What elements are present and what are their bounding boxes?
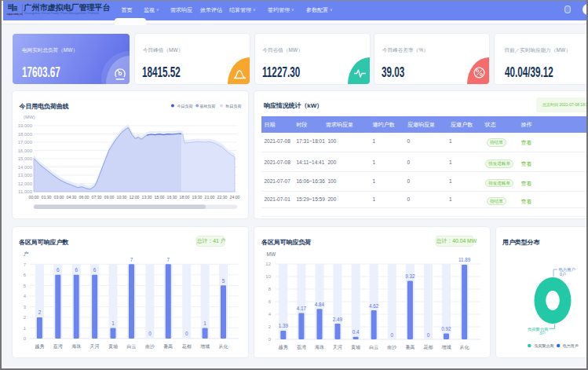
svg-text:2: 2 — [38, 310, 42, 315]
svg-text:4.84: 4.84 — [315, 302, 325, 307]
svg-text:荔湾: 荔湾 — [297, 344, 306, 350]
svg-text:越秀: 越秀 — [35, 343, 44, 350]
svg-text:07:30: 07:30 — [92, 195, 102, 200]
svg-text:0: 0 — [268, 337, 272, 342]
svg-text:7: 7 — [167, 257, 170, 262]
svg-text:13:30: 13:30 — [142, 195, 152, 200]
svg-text:南沙: 南沙 — [387, 345, 396, 350]
svg-text:黄埔: 黄埔 — [351, 345, 360, 350]
svg-text:17,000: 17,000 — [18, 140, 33, 145]
svg-text:15,000: 15,000 — [18, 156, 33, 161]
svg-text:白云: 白云 — [127, 344, 137, 350]
svg-text:0: 0 — [427, 332, 430, 338]
svg-text:6: 6 — [75, 267, 78, 273]
svg-text:12,000: 12,000 — [18, 181, 33, 186]
svg-text:从化: 从化 — [219, 344, 228, 350]
svg-text:18,000: 18,000 — [18, 132, 33, 137]
svg-text:04:30: 04:30 — [67, 195, 77, 200]
svg-text:增城: 增城 — [442, 345, 451, 350]
svg-text:4.62: 4.62 — [369, 303, 379, 309]
svg-text:越秀: 越秀 — [279, 344, 288, 350]
svg-text:番禺: 番禺 — [405, 344, 415, 350]
svg-text:5: 5 — [24, 284, 27, 288]
svg-text:户: 户 — [24, 251, 29, 256]
svg-text:负荷聚合商: 负荷聚合商 — [528, 327, 549, 332]
svg-text:4.17: 4.17 — [297, 306, 307, 311]
svg-text:0: 0 — [148, 331, 152, 336]
svg-text:19:30: 19:30 — [192, 195, 203, 200]
svg-text:9.32: 9.32 — [405, 273, 415, 279]
svg-text:16,000: 16,000 — [18, 148, 33, 153]
svg-text:0: 0 — [24, 336, 27, 341]
svg-text:0.92: 0.92 — [441, 326, 451, 332]
svg-text:7: 7 — [24, 262, 27, 267]
svg-text:5: 5 — [222, 278, 225, 284]
svg-text:11,000: 11,000 — [18, 189, 33, 194]
svg-text:4: 4 — [24, 294, 27, 299]
svg-text:3户: 3户 — [539, 331, 546, 335]
svg-text:2.49: 2.49 — [333, 317, 343, 322]
svg-text:今日负荷: 今日负荷 — [177, 104, 192, 109]
svg-text:(MW): (MW) — [24, 115, 35, 119]
svg-text:1.39: 1.39 — [279, 323, 289, 328]
svg-text:06:00: 06:00 — [79, 195, 89, 200]
svg-text:3: 3 — [24, 305, 27, 310]
svg-text:番禺: 番禺 — [163, 343, 173, 350]
svg-text:16:30: 16:30 — [167, 195, 177, 200]
svg-text:天河: 天河 — [90, 344, 100, 349]
svg-text:1: 1 — [111, 321, 115, 326]
svg-text:海珠: 海珠 — [71, 344, 81, 349]
svg-text:14,000: 14,000 — [18, 165, 33, 170]
svg-text:21:00: 21:00 — [205, 195, 215, 200]
svg-text:南沙: 南沙 — [145, 344, 155, 349]
svg-text:6: 6 — [93, 267, 97, 273]
svg-text:花都: 花都 — [423, 345, 433, 350]
svg-text:花都: 花都 — [182, 344, 192, 350]
svg-text:1: 1 — [24, 326, 27, 331]
svg-text:6: 6 — [57, 267, 60, 273]
svg-text:13,000: 13,000 — [18, 173, 33, 178]
svg-text:荔湾: 荔湾 — [53, 343, 63, 350]
svg-text:电力用户: 电力用户 — [563, 343, 579, 349]
svg-text:00:00: 00:00 — [29, 195, 39, 200]
svg-text:基线负荷: 基线负荷 — [199, 104, 215, 108]
svg-text:0户: 0户 — [560, 272, 566, 277]
svg-text:0.4: 0.4 — [352, 329, 360, 335]
svg-text:负荷聚合商: 负荷聚合商 — [535, 343, 554, 349]
svg-text:海珠: 海珠 — [315, 345, 324, 350]
svg-text:6: 6 — [24, 273, 27, 277]
svg-text:7: 7 — [130, 257, 133, 262]
svg-text:09:00: 09:00 — [104, 195, 115, 200]
svg-text:8: 8 — [268, 287, 272, 291]
svg-text:10:30: 10:30 — [117, 195, 127, 200]
svg-text:昨日负荷: 昨日负荷 — [225, 104, 241, 109]
svg-text:15:00: 15:00 — [155, 195, 165, 200]
svg-text:2: 2 — [268, 324, 272, 329]
svg-text:从化: 从化 — [460, 345, 469, 350]
svg-text:0: 0 — [391, 332, 394, 338]
svg-text:天河: 天河 — [333, 345, 342, 350]
svg-text:18:00: 18:00 — [180, 195, 190, 200]
svg-text:12:00: 12:00 — [130, 195, 140, 200]
svg-text:24:00: 24:00 — [230, 195, 240, 200]
svg-text:12: 12 — [265, 262, 271, 266]
svg-text:22:30: 22:30 — [217, 195, 228, 200]
svg-text:增城: 增城 — [200, 344, 210, 350]
svg-text:白云: 白云 — [369, 345, 378, 350]
svg-text:黄埔: 黄埔 — [108, 344, 118, 349]
svg-text:19,000: 19,000 — [18, 123, 33, 128]
svg-text:03:00: 03:00 — [54, 195, 64, 200]
svg-text:0: 0 — [185, 331, 188, 336]
svg-text:11.89: 11.89 — [458, 257, 471, 262]
svg-text:MW: MW — [267, 251, 276, 257]
svg-text:1: 1 — [203, 321, 206, 326]
svg-text:4: 4 — [268, 312, 272, 317]
svg-text:2: 2 — [24, 315, 27, 320]
svg-text:01:30: 01:30 — [42, 195, 52, 200]
svg-text:10: 10 — [265, 274, 271, 279]
svg-text:6: 6 — [268, 299, 272, 304]
